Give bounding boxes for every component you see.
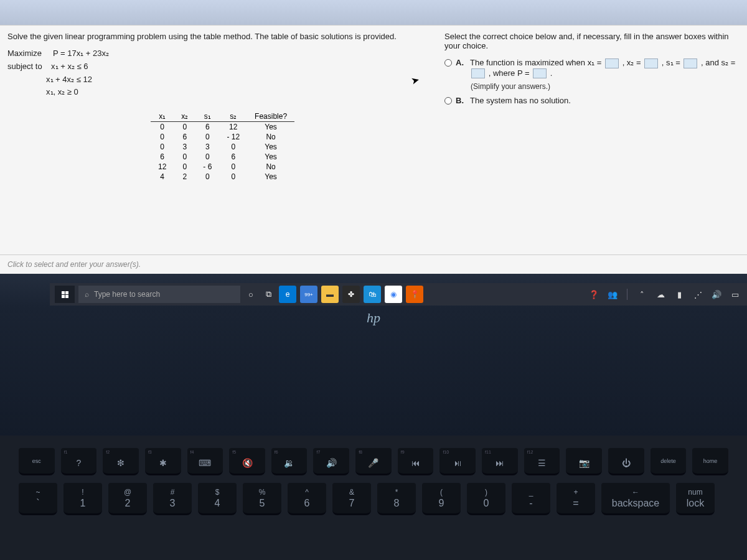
th-s2: s₂: [219, 111, 247, 122]
chrome-icon[interactable]: ◉: [385, 286, 402, 303]
table-cell: 12: [219, 122, 247, 133]
location-icon[interactable]: 📍: [406, 286, 423, 303]
table-row: 0330Yes: [151, 142, 294, 152]
edge-icon[interactable]: e: [279, 286, 296, 303]
key-fn-2[interactable]: f2❇: [103, 448, 139, 475]
system-tray: ❓ 👥 ˄ ☁ ▮ ⋰ 🔊 ▭: [587, 287, 742, 301]
onedrive-icon[interactable]: ☁: [654, 287, 667, 301]
table-cell: No: [247, 132, 294, 142]
key-delete[interactable]: delete: [651, 448, 687, 475]
key-fn-11[interactable]: f11⏭: [482, 448, 518, 475]
key-fn-6[interactable]: f6🔉: [271, 448, 308, 475]
key-fn-7[interactable]: f7🔊: [313, 448, 349, 475]
table-cell: - 6: [195, 162, 219, 172]
problem-panel: Solve the given linear programming probl…: [7, 32, 432, 248]
table-cell: 0: [174, 122, 195, 133]
taskbar-search[interactable]: ⌕ Type here to search: [78, 286, 240, 303]
key-fn-5[interactable]: f5🔇: [229, 448, 265, 475]
key-9[interactable]: (9: [422, 483, 461, 515]
table-cell: 0: [151, 132, 174, 142]
simplify-note: (Simplify your answers.): [471, 82, 740, 91]
problem-instruction: Solve the given linear programming probl…: [7, 32, 432, 41]
key-fn-9[interactable]: f9⏮: [398, 448, 434, 475]
question-area: Solve the given linear programming probl…: [0, 26, 747, 254]
people-icon[interactable]: 👥: [606, 287, 619, 301]
choice-a-t4: , and s₂ =: [701, 58, 735, 67]
table-cell: 6: [219, 152, 247, 162]
key-1[interactable]: !1: [63, 483, 102, 515]
table-cell: 0: [174, 152, 195, 162]
table-cell: 0: [219, 172, 247, 182]
table-cell: 6: [195, 122, 219, 133]
search-placeholder: Type here to search: [94, 290, 160, 299]
answer-box-s2[interactable]: [471, 68, 485, 78]
key-fn-4[interactable]: f4⌨: [187, 448, 223, 475]
table-cell: No: [247, 162, 294, 172]
key-fn-12[interactable]: f12☰: [524, 448, 560, 475]
store-icon[interactable]: 🛍: [364, 286, 381, 303]
answer-box-p[interactable]: [533, 68, 547, 78]
battery-icon[interactable]: ▮: [672, 287, 686, 301]
choice-a-row[interactable]: A. The function is maximized when x₁ = ,…: [444, 58, 740, 78]
key-fn-8[interactable]: f8🎤: [355, 448, 392, 475]
table-row: 060- 12No: [151, 132, 294, 142]
table-cell: 3: [195, 142, 219, 152]
key-3[interactable]: #3: [153, 483, 192, 515]
answer-box-s1[interactable]: [684, 58, 697, 68]
table-cell: 0: [151, 122, 174, 133]
choice-a-t5: , where P =: [489, 68, 530, 78]
th-x2: x₂: [174, 111, 195, 122]
key-home[interactable]: home: [692, 448, 728, 475]
th-feasible: Feasible?: [247, 111, 294, 122]
key--[interactable]: _-: [512, 483, 550, 515]
choice-a-t2: , x₂ =: [622, 58, 641, 67]
key-esc[interactable]: esc: [19, 448, 55, 475]
key-=[interactable]: +=: [557, 483, 595, 515]
table-cell: 12: [151, 162, 174, 172]
help-tray-icon[interactable]: ❓: [587, 287, 601, 301]
choice-a-label: A.: [456, 58, 464, 67]
wifi-icon[interactable]: ⋰: [691, 287, 705, 301]
objective-fn: P = 17x₁ + 23x₂: [53, 49, 109, 58]
choice-a-text: The function is maximized when x₁ = , x₂…: [470, 58, 740, 78]
radio-a[interactable]: [444, 59, 452, 67]
explorer-icon[interactable]: ▬: [321, 286, 339, 303]
windows-icon: [62, 291, 68, 298]
key-backspace[interactable]: ←backspace: [601, 483, 670, 515]
epic-icon[interactable]: ✤: [342, 286, 360, 303]
key-2[interactable]: @2: [108, 483, 147, 515]
table-cell: Yes: [247, 152, 294, 162]
task-view-icon[interactable]: ⧉: [261, 287, 275, 301]
choice-a-t3: , s₁ =: [662, 58, 680, 67]
key-lock[interactable]: numlock: [676, 483, 715, 515]
answer-box-x1[interactable]: [605, 58, 619, 68]
key-4[interactable]: $4: [198, 483, 237, 515]
key-fn-3[interactable]: f3✱: [145, 448, 181, 475]
table-header-row: x₁ x₂ s₁ s₂ Feasible?: [151, 111, 294, 122]
notification-icon[interactable]: ▭: [728, 287, 742, 301]
table-cell: Yes: [247, 142, 294, 152]
maximize-label: Maximize: [7, 49, 42, 58]
table-cell: 0: [219, 162, 247, 172]
hint-bar[interactable]: Click to select and enter your answer(s)…: [0, 254, 747, 274]
key-0[interactable]: )0: [467, 483, 505, 515]
key-8[interactable]: *8: [377, 483, 416, 515]
radio-b[interactable]: [444, 97, 452, 105]
volume-icon[interactable]: 🔊: [710, 287, 723, 301]
key-6[interactable]: ^6: [288, 483, 326, 515]
laptop-brand-logo: hp: [367, 310, 380, 326]
homework-window: Solve the given linear programming probl…: [0, 25, 747, 274]
key-fn-14[interactable]: ⏻: [608, 448, 644, 475]
answer-box-x2[interactable]: [644, 58, 658, 68]
key-fn-13[interactable]: 📷: [566, 448, 602, 475]
key-fn-10[interactable]: f10⏯: [439, 448, 476, 475]
key-5[interactable]: %5: [243, 483, 281, 515]
chevron-up-icon[interactable]: ˄: [635, 287, 649, 301]
key-7[interactable]: &7: [332, 483, 371, 515]
choice-b-row[interactable]: B. The system has no solution.: [444, 96, 740, 105]
weather-icon[interactable]: 99+: [300, 286, 317, 303]
start-button[interactable]: [55, 286, 75, 303]
cortana-icon[interactable]: ○: [244, 287, 258, 301]
key-fn-1[interactable]: f1?: [61, 448, 97, 475]
key-`[interactable]: ~`: [19, 483, 57, 515]
